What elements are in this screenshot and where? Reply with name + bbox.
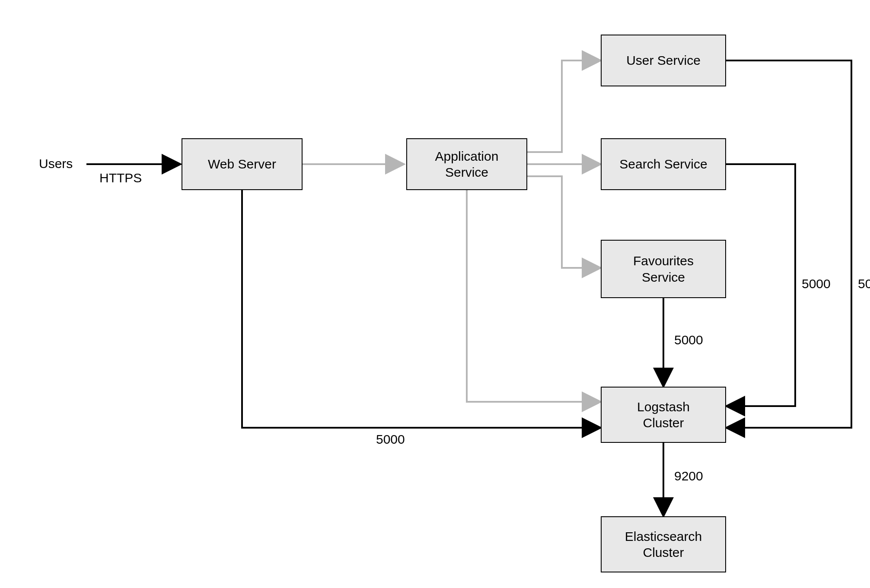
logstash-cluster-label: LogstashCluster: [637, 399, 690, 431]
edge-label-logstash-es: 9200: [674, 469, 703, 483]
edge-user-to-logstash: [726, 60, 851, 428]
logstash-cluster-node: LogstashCluster: [601, 387, 726, 443]
edge-appservice-to-logstash: [467, 190, 601, 402]
edge-label-web-logstash: 5000: [376, 432, 405, 447]
edge-search-to-logstash: [726, 164, 795, 406]
edges-layer: [0, 0, 870, 588]
search-service-node: Search Service: [601, 138, 726, 190]
edge-appservice-to-userservice: [527, 60, 601, 152]
elasticsearch-cluster-label: ElasticsearchCluster: [625, 528, 702, 561]
elasticsearch-cluster-node: ElasticsearchCluster: [601, 516, 726, 572]
users-label: Users: [39, 156, 73, 171]
edge-label-search-logstash: 5000: [802, 277, 831, 291]
web-server-node: Web Server: [182, 138, 303, 190]
edge-webserver-to-logstash: [242, 190, 601, 428]
search-service-label: Search Service: [619, 156, 707, 172]
architecture-diagram: Users Web Server ApplicationService User…: [0, 0, 870, 588]
user-service-node: User Service: [601, 35, 726, 86]
edge-label-user-logstash: 5000: [858, 277, 870, 291]
favourites-service-label: FavouritesService: [633, 253, 694, 285]
edge-label-fav-logstash: 5000: [674, 333, 703, 347]
favourites-service-node: FavouritesService: [601, 240, 726, 298]
edge-appservice-to-favourites: [527, 176, 601, 268]
web-server-label: Web Server: [208, 156, 276, 172]
application-service-node: ApplicationService: [406, 138, 527, 190]
edge-label-https: HTTPS: [99, 171, 142, 185]
application-service-label: ApplicationService: [435, 148, 499, 181]
user-service-label: User Service: [626, 52, 701, 69]
